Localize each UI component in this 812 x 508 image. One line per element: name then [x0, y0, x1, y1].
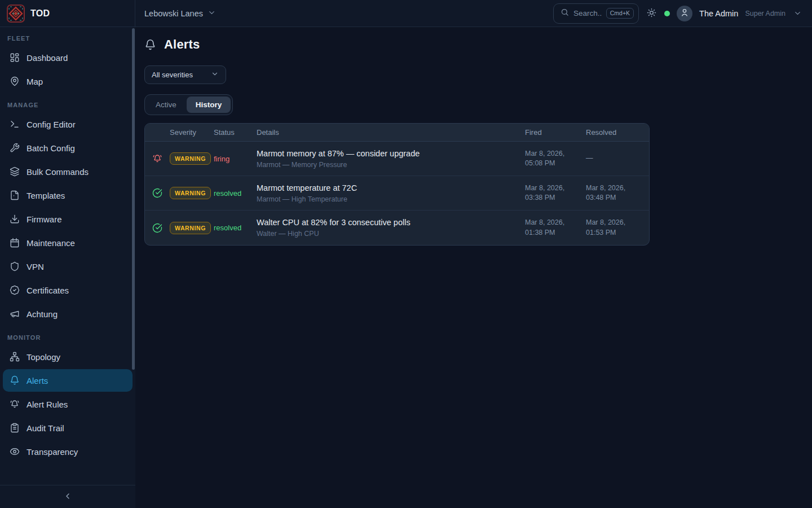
tab-history[interactable]: History	[187, 97, 231, 113]
alerts-table: Severity Status Details Fired Resolved W…	[144, 123, 650, 246]
sidebar-scrollbar[interactable]	[132, 28, 135, 370]
file-icon	[10, 190, 20, 200]
table-row[interactable]: WARNING firing Marmot memory at 87% — co…	[145, 142, 649, 176]
resolved-time: Mar 8, 2026, 03:48 PM	[586, 183, 649, 203]
severity-filter-value: All severities	[152, 71, 193, 79]
sidebar-section-fleet: FLEET	[7, 35, 135, 42]
alert-details: Marmot memory at 87% — consider upgrade …	[257, 149, 525, 169]
alert-details: Walter CPU at 82% for 3 consecutive poll…	[257, 218, 525, 238]
resolved-time: Mar 8, 2026, 01:53 PM	[586, 218, 649, 238]
status-text: resolved	[214, 189, 257, 198]
alert-title: Marmot temperature at 72C	[257, 183, 516, 192]
alert-title: Marmot memory at 87% — consider upgrade	[257, 149, 516, 158]
resolved-time: —	[586, 154, 649, 164]
sidebar-item-maintenance[interactable]: Maintenance	[3, 231, 133, 254]
chevron-left-icon	[63, 492, 72, 502]
search-shortcut: Cmd+K	[606, 8, 634, 19]
brand-name: TOD	[30, 8, 50, 19]
user-name: The Admin	[699, 9, 738, 18]
chevron-down-icon	[208, 8, 216, 19]
sidebar-item-label: Templates	[27, 191, 65, 200]
brand: TOD	[0, 0, 135, 27]
tab-active[interactable]: Active	[147, 97, 186, 113]
sidebar-item-dashboard[interactable]: Dashboard	[3, 46, 133, 69]
brand-logo-icon	[7, 5, 25, 23]
sidebar-item-label: Audit Trail	[27, 423, 64, 433]
bell-icon	[144, 39, 156, 51]
search-box[interactable]: Cmd+K	[553, 3, 639, 24]
check-circle-icon	[145, 188, 170, 198]
sidebar-item-label: Alerts	[27, 376, 48, 386]
sidebar-item-label: Map	[27, 77, 43, 86]
topology-icon	[10, 352, 20, 362]
megaphone-icon	[10, 309, 20, 319]
sidebar-section-manage: MANAGE	[7, 102, 135, 108]
app-root: TOD Lebowski Lanes Cmd+K	[0, 0, 812, 508]
dashboard-grid-icon	[10, 52, 20, 63]
sidebar-item-label: Firmware	[27, 214, 62, 224]
severity-badge: WARNING	[170, 222, 211, 234]
sidebar-item-label: Config Editor	[27, 120, 76, 129]
user-menu-button[interactable]	[792, 8, 803, 19]
sidebar-item-vpn[interactable]: VPN	[3, 255, 133, 278]
sidebar-item-achtung[interactable]: Achtung	[3, 303, 133, 325]
sidebar-item-label: Batch Config	[27, 143, 75, 153]
table-row[interactable]: WARNING resolved Walter CPU at 82% for 3…	[145, 211, 649, 245]
search-icon	[561, 8, 569, 19]
theme-toggle-button[interactable]	[646, 7, 657, 20]
sidebar-item-label: Dashboard	[27, 53, 68, 63]
sidebar-item-map[interactable]: Map	[3, 70, 133, 93]
wrench-icon	[10, 143, 20, 153]
sidebar-item-firmware[interactable]: Firmware	[3, 208, 133, 230]
sidebar-item-label: Transparency	[27, 447, 78, 457]
org-switcher[interactable]: Lebowski Lanes	[144, 8, 216, 19]
topbar: TOD Lebowski Lanes Cmd+K	[0, 0, 812, 27]
fired-time: Mar 8, 2026, 03:38 PM	[525, 183, 586, 203]
badge-check-icon	[10, 285, 20, 295]
main-content: Alerts All severities Active History Sev…	[135, 27, 812, 508]
bell-ring-icon	[10, 399, 20, 409]
sidebar-item-bulk-commands[interactable]: Bulk Commands	[3, 160, 133, 183]
sidebar-item-topology[interactable]: Topology	[3, 345, 133, 368]
map-pin-icon	[10, 76, 20, 86]
sidebar-item-templates[interactable]: Templates	[3, 184, 133, 207]
user-role-badge: Super Admin	[745, 10, 785, 17]
avatar[interactable]	[677, 6, 692, 21]
alert-title: Walter CPU at 82% for 3 consecutive poll…	[257, 218, 516, 227]
sun-icon	[647, 8, 656, 19]
sidebar-item-label: Bulk Commands	[27, 167, 89, 177]
sidebar-collapse-button[interactable]	[61, 489, 74, 505]
severity-filter-select[interactable]: All severities	[144, 65, 226, 84]
column-severity: Severity	[170, 128, 214, 137]
severity-badge: WARNING	[170, 152, 211, 165]
org-name: Lebowski Lanes	[144, 9, 203, 18]
fired-time: Mar 8, 2026, 01:38 PM	[525, 218, 586, 238]
sidebar-item-alerts[interactable]: Alerts	[3, 369, 133, 392]
terminal-icon	[10, 119, 20, 129]
sidebar-item-audit-trail[interactable]: Audit Trail	[3, 417, 133, 439]
sidebar-item-certificates[interactable]: Certificates	[3, 279, 133, 301]
column-details: Details	[257, 128, 525, 137]
alert-details: Marmot temperature at 72C Marmot — High …	[257, 183, 525, 203]
sidebar: FLEET Dashboard Map MANAGE Config Editor	[0, 27, 135, 508]
user-icon	[680, 8, 689, 19]
table-row[interactable]: WARNING resolved Marmot temperature at 7…	[145, 176, 649, 211]
sidebar-item-label: Certificates	[27, 286, 69, 295]
alert-subtitle: Walter — High CPU	[257, 230, 516, 238]
sidebar-item-label: Topology	[27, 352, 60, 362]
clipboard-icon	[10, 423, 20, 433]
sidebar-item-label: Maintenance	[27, 238, 75, 248]
status-text: firing	[214, 155, 257, 163]
search-input[interactable]	[573, 9, 602, 17]
sidebar-item-config-editor[interactable]: Config Editor	[3, 113, 133, 135]
alerts-view-tabs: Active History	[144, 94, 233, 115]
sidebar-item-alert-rules[interactable]: Alert Rules	[3, 393, 133, 415]
page-header: Alerts	[144, 37, 803, 52]
eye-icon	[10, 446, 20, 457]
sidebar-item-batch-config[interactable]: Batch Config	[3, 137, 133, 159]
topbar-right: Cmd+K The Admin Super Admin	[553, 3, 812, 24]
sidebar-item-transparency[interactable]: Transparency	[3, 440, 133, 463]
calendar-icon	[10, 238, 20, 248]
status-text: resolved	[214, 224, 257, 232]
alert-subtitle: Marmot — Memory Pressure	[257, 161, 516, 169]
